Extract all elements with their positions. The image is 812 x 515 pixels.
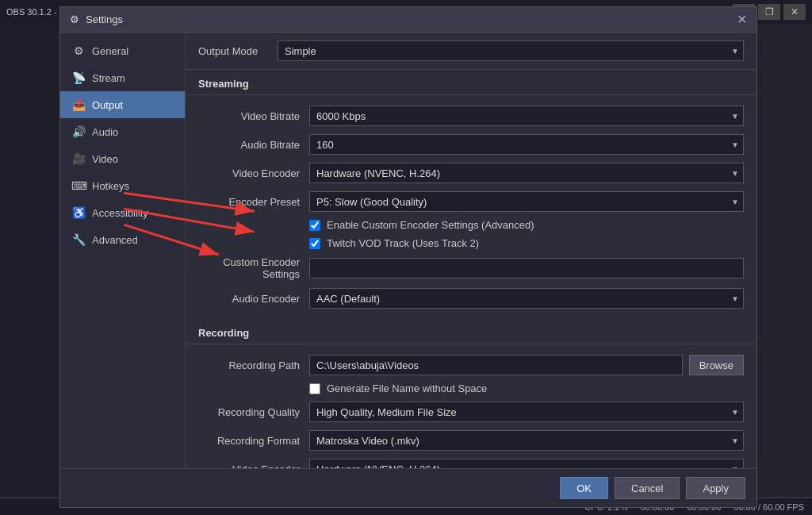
- apply-button[interactable]: Apply: [686, 477, 745, 499]
- recording-path-input-row: Browse: [309, 355, 744, 375]
- recording-quality-row: Recording Quality High Quality, Medium F…: [186, 398, 756, 426]
- recording-quality-select[interactable]: High Quality, Medium File Size: [309, 402, 744, 422]
- nav-item-advanced[interactable]: 🔧 Advanced: [60, 226, 185, 253]
- output-icon: 📤: [71, 98, 86, 111]
- close-window-button[interactable]: ✕: [783, 4, 806, 20]
- nav-item-accessibility[interactable]: ♿ Accessibility: [60, 199, 185, 226]
- dialog-body: ⚙ General 📡 Stream 📤 Output 🔊 Audio 🎥 Vi…: [60, 33, 756, 468]
- custom-encoder-settings-input[interactable]: [309, 258, 744, 279]
- recording-quality-label: Recording Quality: [198, 406, 309, 418]
- browse-button[interactable]: Browse: [689, 355, 744, 375]
- recording-format-label: Recording Format: [198, 435, 309, 447]
- nav-item-audio[interactable]: 🔊 Audio: [60, 118, 185, 145]
- audio-encoder-select[interactable]: AAC (Default): [309, 288, 744, 309]
- video-encoder-label: Video Encoder: [198, 167, 309, 179]
- recording-path-label: Recording Path: [198, 359, 309, 371]
- video-encoder-select[interactable]: Hardware (NVENC, H.264): [309, 163, 744, 183]
- video-encoder-select-wrapper: Hardware (NVENC, H.264) ▼: [309, 163, 744, 183]
- output-mode-label: Output Mode: [198, 45, 278, 57]
- video-bitrate-control: 6000 Kbps ▼: [309, 106, 744, 126]
- left-sidebar: [0, 24, 67, 515]
- recording-format-control: Matroska Video (.mkv) ▼: [309, 430, 744, 451]
- advanced-icon: 🔧: [71, 233, 86, 246]
- encoder-preset-control: P5: Slow (Good Quality) ▼: [309, 191, 744, 212]
- video-encoder-row: Video Encoder Hardware (NVENC, H.264) ▼: [186, 159, 756, 187]
- recording-path-control: Browse: [309, 355, 744, 375]
- nav-item-general[interactable]: ⚙ General: [60, 37, 185, 64]
- video-bitrate-select-wrapper: 6000 Kbps ▼: [309, 106, 744, 126]
- recording-format-row: Recording Format Matroska Video (.mkv) ▼: [186, 426, 756, 455]
- nav-sidebar: ⚙ General 📡 Stream 📤 Output 🔊 Audio 🎥 Vi…: [60, 33, 186, 468]
- recording-format-select-wrapper: Matroska Video (.mkv) ▼: [309, 430, 744, 451]
- recording-section-header: Recording: [186, 319, 756, 344]
- recording-quality-control: High Quality, Medium File Size ▼: [309, 402, 744, 422]
- general-icon: ⚙: [71, 44, 86, 57]
- settings-dialog: ⚙ Settings ✕ ⚙ General 📡 Stream 📤 Output…: [59, 6, 757, 508]
- stream-icon: 📡: [71, 71, 86, 84]
- recording-video-encoder-select-wrapper: Hardware (NVENC, H.264) ▼: [309, 459, 744, 468]
- enable-custom-encoder-row: Enable Custom Encoder Settings (Advanced…: [186, 216, 756, 234]
- video-bitrate-label: Video Bitrate: [198, 110, 309, 122]
- enable-custom-encoder-label: Enable Custom Encoder Settings (Advanced…: [327, 219, 534, 231]
- custom-encoder-settings-control: [309, 258, 744, 279]
- hotkeys-icon: ⌨: [71, 179, 86, 192]
- dialog-title: ⚙ Settings: [70, 13, 123, 25]
- recording-format-select[interactable]: Matroska Video (.mkv): [309, 430, 744, 451]
- nav-item-stream[interactable]: 📡 Stream: [60, 64, 185, 91]
- twitch-vod-label: Twitch VOD Track (Uses Track 2): [327, 237, 479, 249]
- recording-path-input[interactable]: [309, 355, 683, 375]
- recording-form: Recording Path Browse Generate File Name…: [186, 344, 756, 468]
- nav-item-output[interactable]: 📤 Output: [60, 91, 185, 118]
- audio-bitrate-label: Audio Bitrate: [198, 139, 309, 151]
- twitch-vod-checkbox[interactable]: [309, 238, 320, 249]
- content-area: Output Mode Simple Advanced ▼ Streaming …: [186, 33, 756, 468]
- recording-video-encoder-row: Video Encoder Hardware (NVENC, H.264) ▼: [186, 455, 756, 468]
- twitch-vod-row: Twitch VOD Track (Uses Track 2): [186, 234, 756, 252]
- enable-custom-encoder-checkbox[interactable]: [309, 220, 320, 231]
- recording-video-encoder-control: Hardware (NVENC, H.264) ▼: [309, 459, 744, 468]
- video-bitrate-select[interactable]: 6000 Kbps: [309, 106, 744, 126]
- generate-filename-checkbox[interactable]: [309, 383, 320, 394]
- cancel-button[interactable]: Cancel: [615, 477, 680, 499]
- accessibility-icon: ♿: [71, 206, 86, 219]
- video-bitrate-row: Video Bitrate 6000 Kbps ▼: [186, 102, 756, 130]
- video-encoder-control: Hardware (NVENC, H.264) ▼: [309, 163, 744, 183]
- output-mode-select-wrapper: Simple Advanced ▼: [278, 40, 744, 61]
- encoder-preset-row: Encoder Preset P5: Slow (Good Quality) ▼: [186, 187, 756, 216]
- video-icon: 🎥: [71, 152, 86, 165]
- nav-item-video[interactable]: 🎥 Video: [60, 145, 185, 172]
- custom-encoder-settings-row: Custom Encoder Settings: [186, 252, 756, 284]
- streaming-section-header: Streaming: [186, 70, 756, 95]
- settings-icon: ⚙: [70, 13, 79, 25]
- recording-video-encoder-select[interactable]: Hardware (NVENC, H.264): [309, 459, 744, 468]
- custom-encoder-settings-label: Custom Encoder Settings: [198, 256, 309, 280]
- audio-bitrate-row: Audio Bitrate 160 ▼: [186, 130, 756, 159]
- audio-bitrate-control: 160 ▼: [309, 134, 744, 155]
- dialog-footer: OK Cancel Apply: [60, 468, 756, 507]
- audio-bitrate-select[interactable]: 160: [309, 134, 744, 155]
- recording-path-row: Recording Path Browse: [186, 351, 756, 379]
- dialog-title-bar: ⚙ Settings ✕: [60, 7, 756, 33]
- audio-encoder-select-wrapper: AAC (Default) ▼: [309, 288, 744, 309]
- generate-filename-label: Generate File Name without Space: [327, 382, 487, 394]
- ok-button[interactable]: OK: [560, 477, 608, 499]
- encoder-preset-select[interactable]: P5: Slow (Good Quality): [309, 191, 744, 212]
- audio-bitrate-select-wrapper: 160 ▼: [309, 134, 744, 155]
- dialog-close-button[interactable]: ✕: [737, 13, 747, 26]
- restore-button[interactable]: ❐: [758, 4, 780, 20]
- encoder-preset-select-wrapper: P5: Slow (Good Quality) ▼: [309, 191, 744, 212]
- audio-icon: 🔊: [71, 125, 86, 138]
- audio-encoder-row: Audio Encoder AAC (Default) ▼: [186, 284, 756, 313]
- audio-encoder-label: Audio Encoder: [198, 293, 309, 305]
- output-mode-select[interactable]: Simple Advanced: [278, 40, 744, 61]
- nav-item-hotkeys[interactable]: ⌨ Hotkeys: [60, 172, 185, 199]
- encoder-preset-label: Encoder Preset: [198, 196, 309, 208]
- recording-quality-select-wrapper: High Quality, Medium File Size ▼: [309, 402, 744, 422]
- streaming-form: Video Bitrate 6000 Kbps ▼ Audio Bitrate: [186, 95, 756, 319]
- generate-filename-row: Generate File Name without Space: [186, 379, 756, 398]
- output-mode-row: Output Mode Simple Advanced ▼: [186, 33, 756, 70]
- audio-encoder-control: AAC (Default) ▼: [309, 288, 744, 309]
